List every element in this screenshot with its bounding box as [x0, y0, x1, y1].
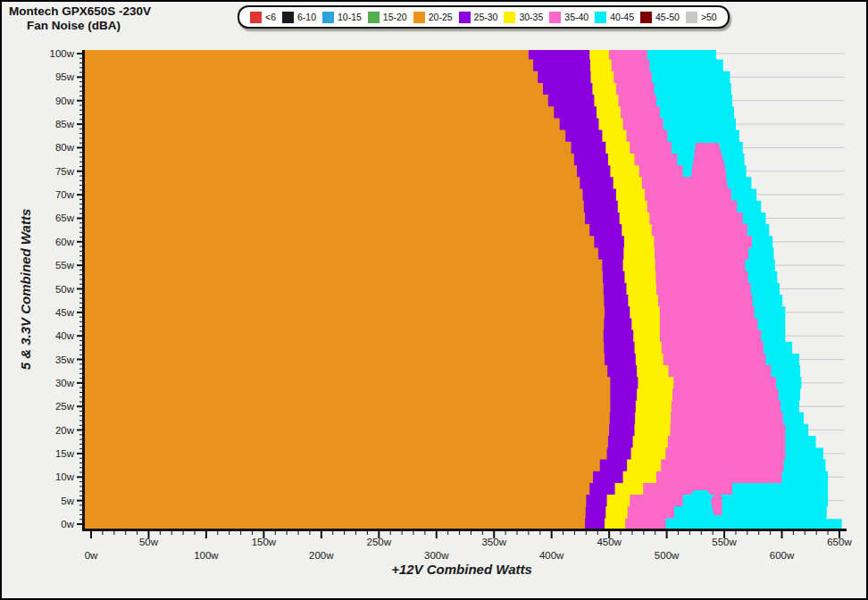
y-tick-label: 25w — [55, 401, 75, 412]
y-tick-label: 50w — [55, 284, 75, 295]
y-tick-label: 20w — [55, 425, 75, 436]
y-tick-label: 40w — [55, 330, 75, 341]
x-tick-label: 250w — [367, 537, 392, 547]
noise-map-plot: 0w5w10w15w20w25w30w35w40w45w50w55w60w65w… — [2, 2, 868, 600]
x-tick-label: 0w — [85, 550, 98, 561]
y-tick-label: 70w — [55, 189, 75, 200]
x-tick-label: 500w — [655, 550, 680, 561]
y-tick-label: 100w — [50, 48, 75, 59]
x-tick-label: 600w — [770, 550, 795, 561]
y-tick-label: 10w — [55, 471, 75, 482]
y-tick-label: 15w — [55, 448, 75, 459]
y-tick-label: 85w — [55, 119, 75, 129]
y-tick-label: 90w — [55, 96, 75, 106]
y-tick-label: 55w — [55, 260, 75, 271]
x-tick-label: 350w — [481, 537, 506, 547]
x-tick-label: 200w — [309, 550, 334, 561]
x-tick-label: 450w — [597, 537, 622, 547]
y-axis-title: 5 & 3.3V Combined Watts — [18, 209, 33, 371]
y-tick-label: 30w — [55, 378, 75, 388]
y-tick-label: 65w — [55, 212, 75, 223]
y-tick-label: 5w — [61, 496, 74, 506]
region-40-45-tail — [823, 519, 842, 529]
y-tick-label: 35w — [55, 354, 75, 365]
region-20-25 — [85, 50, 610, 529]
y-tick-label: 80w — [55, 142, 75, 153]
x-axis-line — [82, 529, 847, 531]
x-tick-label: 300w — [424, 550, 449, 561]
y-tick-label: 60w — [55, 237, 75, 247]
x-tick-label: 400w — [539, 550, 564, 561]
y-axis-line — [82, 50, 85, 529]
noise-map-frame: Montech GPX650S -230V Fan Noise (dBA) <6… — [0, 0, 868, 600]
y-tick-label: 75w — [55, 166, 75, 177]
x-tick-label: 550w — [712, 537, 737, 547]
x-tick-label: 50w — [139, 537, 159, 547]
x-tick-label: 650w — [827, 537, 852, 547]
x-tick-label: 100w — [194, 550, 219, 561]
y-tick-label: 45w — [55, 307, 75, 318]
x-axis-title: +12V Combined Watts — [391, 562, 532, 577]
x-tick-label: 150w — [252, 537, 277, 547]
y-tick-label: 0w — [61, 519, 74, 529]
y-tick-label: 95w — [55, 71, 75, 82]
